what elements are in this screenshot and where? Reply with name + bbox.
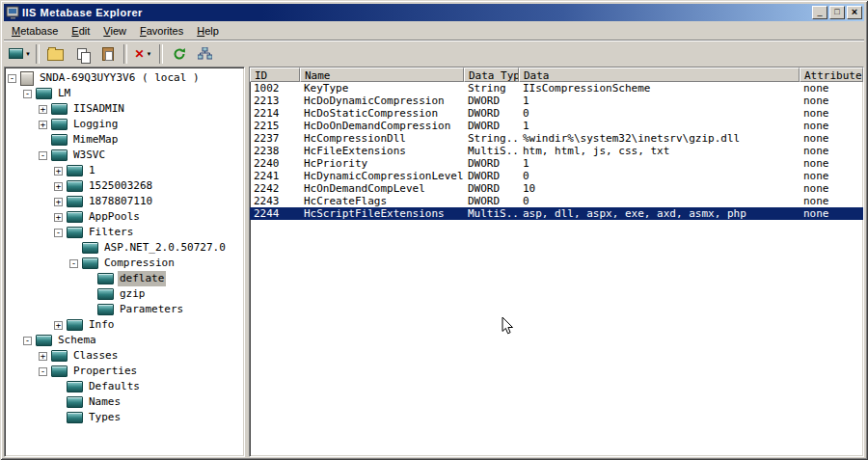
- cell-name: HcOnDemandCompLevel: [300, 182, 464, 195]
- collapse-toggle-icon[interactable]: -: [39, 151, 47, 160]
- collapse-toggle-icon[interactable]: -: [69, 259, 78, 268]
- expand-toggle-icon[interactable]: +: [54, 213, 63, 222]
- metabase-key-icon: [36, 88, 52, 99]
- expand-toggle-icon[interactable]: +: [54, 321, 63, 330]
- tree-item-filters[interactable]: - Filters: [5, 225, 244, 240]
- table-row[interactable]: 2242 HcOnDemandCompLevel DWORD 10 none: [250, 182, 863, 195]
- refresh-button[interactable]: [166, 43, 192, 65]
- open-folder-icon: [47, 49, 64, 61]
- column-header-data-type[interactable]: Data Type: [464, 68, 519, 82]
- table-row[interactable]: 2241 HcDynamicCompressionLevel DWORD 0 n…: [250, 170, 863, 182]
- cell-id: 2240: [250, 157, 300, 170]
- metabase-key-icon: [51, 119, 68, 130]
- paste-button[interactable]: [95, 43, 121, 65]
- table-row[interactable]: 2214 HcDoStaticCompression DWORD 0 none: [250, 107, 863, 120]
- tree-item-w3svc[interactable]: - W3SVC: [5, 148, 244, 163]
- column-header-data[interactable]: Data: [519, 68, 800, 82]
- connect-button[interactable]: [192, 43, 218, 65]
- cell-data: 10: [519, 182, 800, 195]
- menu-metabase[interactable]: Metabase: [5, 23, 65, 39]
- menu-favorites[interactable]: Favorites: [133, 23, 190, 39]
- cell-data: %windir%\system32\inetsrv\gzip.dll: [519, 132, 800, 145]
- cell-attributes: none: [800, 182, 863, 195]
- tree-item-parameters[interactable]: Parameters: [5, 302, 244, 317]
- tree-item-gzip[interactable]: gzip: [5, 286, 244, 302]
- cell-data-type: DWORD: [464, 170, 519, 182]
- tree-item-names[interactable]: Names: [5, 394, 244, 410]
- expand-toggle-icon[interactable]: +: [39, 121, 47, 129]
- server-icon: [20, 71, 34, 86]
- table-row[interactable]: 2215 HcDoOnDemandCompression DWORD 1 non…: [250, 120, 863, 132]
- tree-item-label: gzip: [118, 286, 148, 302]
- table-row[interactable]: 2240 HcPriority DWORD 1 none: [250, 157, 863, 170]
- tree-item-label: Info: [87, 317, 117, 333]
- cell-data-type: DWORD: [464, 182, 519, 195]
- menu-view[interactable]: View: [96, 23, 133, 39]
- table-row[interactable]: 2243 HcCreateFlags DWORD 0 none: [250, 195, 863, 207]
- toolbar: ▼ ✕ ▼: [4, 40, 864, 67]
- tree-item-site-1878807110[interactable]: + 1878807110: [5, 194, 244, 209]
- collapse-toggle-icon[interactable]: -: [8, 74, 16, 83]
- expand-toggle-icon[interactable]: +: [39, 352, 47, 361]
- tree-item-types[interactable]: Types: [5, 410, 244, 425]
- tree-item-compression[interactable]: - Compression: [5, 256, 244, 271]
- column-header-name[interactable]: Name: [300, 68, 464, 82]
- tree-item-logging[interactable]: + Logging: [5, 117, 244, 132]
- table-row-selected[interactable]: 2244 HcScriptFileExtensions MultiS... as…: [250, 207, 863, 220]
- cell-id: 2244: [250, 207, 300, 220]
- expand-toggle-icon[interactable]: +: [54, 167, 63, 176]
- tree-item-iisadmin[interactable]: + IISADMIN: [5, 101, 244, 117]
- metabase-key-icon: [82, 257, 98, 269]
- cell-data: 1: [519, 157, 800, 170]
- tree-item-lm[interactable]: - LM: [5, 86, 244, 101]
- table-row[interactable]: 1002 KeyType String IIsCompressionScheme…: [250, 82, 863, 95]
- tree-item-site-1525003268[interactable]: + 1525003268: [5, 178, 244, 194]
- tree-item-mimemap[interactable]: MimeMap: [5, 132, 244, 148]
- tree-item-schema[interactable]: - Schema: [5, 333, 244, 348]
- expand-toggle-icon[interactable]: +: [54, 198, 63, 206]
- cell-id: 2214: [250, 107, 300, 120]
- cell-name: HcCompressionDll: [300, 132, 464, 145]
- menu-edit[interactable]: Edit: [65, 23, 96, 39]
- tree-item-apppools[interactable]: + AppPools: [5, 209, 244, 225]
- tree-item-root[interactable]: - SNDA-69Q3UYY3V6 ( local ): [5, 70, 244, 86]
- tree-item-label: MimeMap: [71, 132, 120, 148]
- metabase-key-icon: [97, 273, 114, 284]
- metabase-key-icon: [82, 242, 98, 254]
- cell-data-type: DWORD: [464, 120, 519, 132]
- tree-item-aspnet[interactable]: ASP.NET_2.0.50727.0: [5, 240, 244, 256]
- tree-item-deflate[interactable]: deflate: [5, 271, 244, 286]
- table-row[interactable]: 2213 HcDoDynamicCompression DWORD 1 none: [250, 95, 863, 107]
- metabase-key-icon: [51, 350, 68, 362]
- tree-item-label: Properties: [71, 364, 139, 379]
- metabase-key-icon: [97, 288, 114, 300]
- tree-item-site-1[interactable]: + 1: [5, 163, 244, 178]
- open-button[interactable]: [42, 43, 68, 65]
- column-header-attributes[interactable]: Attributes: [800, 68, 863, 82]
- tree-item-defaults[interactable]: Defaults: [5, 379, 244, 394]
- column-header-id[interactable]: ID: [250, 68, 300, 82]
- collapse-toggle-icon[interactable]: -: [54, 229, 63, 237]
- new-key-button[interactable]: ▼: [7, 43, 33, 65]
- collapse-toggle-icon[interactable]: -: [39, 367, 47, 376]
- cell-attributes: none: [800, 170, 863, 182]
- close-button[interactable]: ×: [847, 6, 862, 19]
- maximize-button[interactable]: □: [829, 6, 845, 19]
- collapse-toggle-icon[interactable]: -: [23, 337, 32, 345]
- table-row[interactable]: 2237 HcCompressionDll String... %windir%…: [250, 132, 863, 145]
- cell-attributes: none: [800, 132, 863, 145]
- dropdown-arrow-icon: ▼: [25, 51, 31, 57]
- tree-item-info[interactable]: + Info: [5, 317, 244, 333]
- cell-name: HcDynamicCompressionLevel: [300, 170, 464, 182]
- minimize-button[interactable]: _: [812, 6, 827, 19]
- expand-toggle-icon[interactable]: +: [39, 105, 47, 114]
- tree-item-classes[interactable]: + Classes: [5, 348, 244, 364]
- tree-item-properties[interactable]: - Properties: [5, 364, 244, 379]
- expand-toggle-icon[interactable]: +: [54, 182, 63, 191]
- copy-button[interactable]: [68, 43, 95, 65]
- metabase-key-icon: [67, 319, 83, 331]
- delete-button[interactable]: ✕ ▼: [130, 43, 156, 65]
- collapse-toggle-icon[interactable]: -: [23, 90, 32, 98]
- table-row[interactable]: 2238 HcFileExtensions MultiS... htm, htm…: [250, 145, 863, 157]
- menu-help[interactable]: Help: [190, 23, 226, 39]
